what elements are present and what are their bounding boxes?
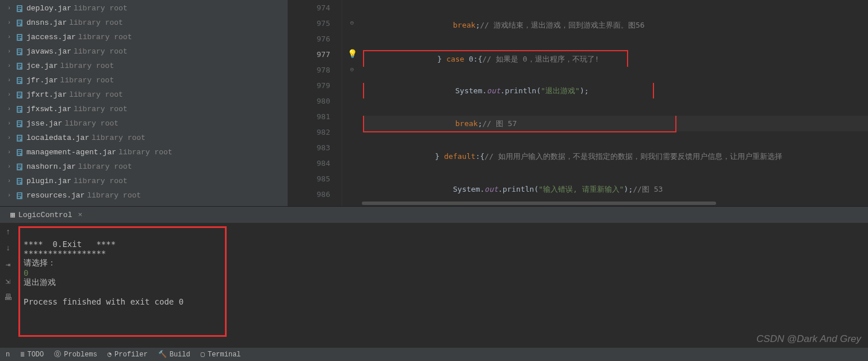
close-icon[interactable]: × (78, 211, 82, 219)
tree-item[interactable]: ›jaccess.jarlibrary root (0, 30, 288, 44)
chevron-right-icon: › (6, 149, 13, 155)
line-number-gutter: 974 975 976 977 978 979 980 981 982 983 … (288, 0, 342, 206)
jar-icon (15, 149, 24, 157)
svg-rect-2 (18, 8, 21, 9)
problems-button[interactable]: ⓪Problems (54, 349, 97, 359)
chevron-right-icon: › (6, 20, 13, 26)
status-bar: n ≣TODO ⓪Problems ◔Profiler 🔨Build ▢Term… (0, 347, 868, 361)
tree-item[interactable]: ›jfr.jarlibrary root (0, 73, 288, 88)
svg-rect-29 (18, 107, 21, 108)
tree-item[interactable]: ›plugin.jarlibrary root (0, 174, 288, 188)
chevron-right-icon: › (6, 5, 13, 12)
build-icon: 🔨 (158, 350, 167, 359)
svg-rect-42 (18, 152, 21, 153)
svg-rect-27 (18, 96, 20, 97)
status-n: n (6, 351, 10, 359)
problems-icon: ⓪ (54, 349, 61, 359)
svg-rect-39 (18, 139, 20, 140)
svg-rect-55 (18, 197, 20, 198)
run-config-icon: ▦ (10, 210, 15, 219)
svg-rect-51 (18, 183, 20, 184)
profiler-button[interactable]: ◔Profiler (108, 350, 148, 359)
svg-rect-9 (18, 35, 21, 36)
svg-rect-47 (18, 168, 20, 169)
jar-icon (15, 192, 24, 200)
svg-rect-1 (18, 6, 21, 7)
svg-rect-7 (18, 24, 20, 25)
jar-icon (15, 120, 24, 128)
terminal-button[interactable]: ▢Terminal (201, 350, 241, 359)
up-arrow-icon[interactable]: ↑ (6, 227, 10, 237)
project-tree[interactable]: ›deploy.jarlibrary root ›dnsns.jarlibrar… (0, 0, 288, 206)
svg-rect-19 (18, 67, 20, 69)
chevron-right-icon: › (6, 48, 13, 55)
jar-icon (15, 5, 24, 13)
build-button[interactable]: 🔨Build (158, 350, 190, 359)
jar-icon (15, 48, 24, 56)
svg-rect-49 (18, 179, 21, 180)
lightbulb-icon[interactable]: 💡 (342, 47, 362, 62)
tree-item[interactable]: ›localedata.jarlibrary root (0, 131, 288, 145)
tree-item[interactable]: ›deploy.jarlibrary root (0, 1, 288, 16)
down-arrow-icon[interactable]: ↓ (6, 244, 10, 253)
chevron-right-icon: › (6, 192, 13, 199)
svg-rect-46 (18, 166, 21, 168)
fold-icon[interactable]: ⊖ (342, 16, 362, 31)
jar-icon (15, 19, 24, 27)
svg-rect-53 (18, 193, 21, 195)
tree-item[interactable]: ›javaws.jarlibrary root (0, 44, 288, 59)
chevron-right-icon: › (6, 135, 13, 141)
chevron-right-icon: › (6, 106, 13, 112)
fold-icon[interactable]: ⊖ (342, 62, 362, 78)
jar-icon (15, 163, 24, 171)
console-output[interactable]: **** 0.Exit **** ***************** 请选择： … (16, 223, 868, 347)
tree-item[interactable]: ›nashorn.jarlibrary root (0, 159, 288, 174)
tree-item[interactable]: ›dnsns.jarlibrary root (0, 16, 288, 30)
horizontal-scrollbar[interactable] (362, 200, 868, 206)
jar-icon (15, 77, 24, 85)
svg-rect-13 (18, 50, 21, 51)
run-panel: ▦ LogicControl × ↑ ↓ ⇥ ⇲ 🖶 **** 0.Exit *… (0, 206, 868, 347)
svg-rect-50 (18, 181, 21, 182)
print-icon[interactable]: 🖶 (4, 293, 12, 302)
svg-rect-34 (18, 123, 21, 124)
jar-icon (15, 177, 24, 185)
todo-button[interactable]: ≣TODO (20, 350, 44, 359)
code-editor[interactable]: 974 975 976 977 978 979 980 981 982 983 … (288, 0, 868, 206)
tree-item[interactable]: ›jsse.jarlibrary root (0, 116, 288, 131)
todo-icon: ≣ (20, 350, 24, 359)
svg-rect-30 (18, 109, 21, 110)
svg-rect-22 (18, 80, 21, 81)
svg-rect-14 (18, 51, 21, 52)
svg-rect-10 (18, 37, 21, 38)
run-tab[interactable]: ▦ LogicControl × (10, 210, 82, 219)
svg-rect-37 (18, 136, 21, 137)
chevron-right-icon: › (6, 77, 13, 83)
tree-item[interactable]: ›resources.jarlibrary root (0, 188, 288, 203)
svg-rect-11 (18, 39, 20, 40)
chevron-right-icon: › (6, 92, 13, 98)
wrap-icon[interactable]: ⇥ (6, 260, 10, 269)
svg-rect-31 (18, 111, 20, 112)
svg-rect-5 (18, 21, 21, 22)
tree-item[interactable]: ›jfxswt.jarlibrary root (0, 102, 288, 116)
jar-icon (15, 134, 24, 142)
tree-item[interactable]: ›management-agent.jarlibrary root (0, 145, 288, 159)
terminal-icon: ▢ (201, 350, 205, 359)
profiler-icon: ◔ (108, 350, 112, 359)
svg-rect-17 (18, 64, 21, 65)
svg-rect-6 (18, 22, 21, 24)
svg-rect-35 (18, 125, 20, 126)
svg-rect-38 (18, 138, 21, 139)
chevron-right-icon: › (6, 164, 13, 170)
svg-rect-3 (18, 10, 20, 11)
scroll-icon[interactable]: ⇲ (6, 276, 10, 286)
svg-rect-54 (18, 195, 21, 196)
tree-item[interactable]: ›jfxrt.jarlibrary root (0, 88, 288, 102)
jar-icon (15, 62, 24, 70)
code-content[interactable]: break;// 游戏结束，退出游戏，回到游戏主界面。图56 } case 0:… (362, 0, 868, 200)
tree-item[interactable]: ›jce.jarlibrary root (0, 59, 288, 73)
svg-rect-41 (18, 150, 21, 151)
chevron-right-icon: › (6, 63, 13, 69)
jar-icon (15, 91, 24, 99)
